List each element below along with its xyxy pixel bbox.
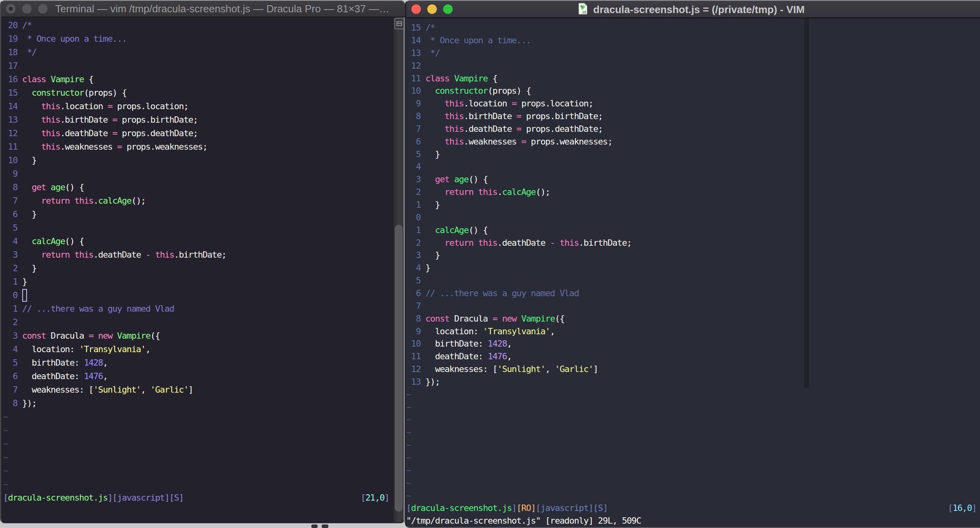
code-line: 7 <box>406 300 425 312</box>
code-token <box>425 137 444 146</box>
code-line: 10 constructor(props) { <box>406 85 531 97</box>
code-token <box>517 314 521 324</box>
code-token: calcAge <box>435 225 469 235</box>
code-token: props.location; <box>517 98 593 108</box>
code-token: props.weaknesses; <box>526 137 612 146</box>
line-number: 3 <box>406 249 425 262</box>
tilde-marker: ~ <box>406 427 411 437</box>
vim-status-row: [dracula-screenshot.js][RO][javascript][… <box>406 502 608 515</box>
code-line: 9 this.location = props.location; <box>406 97 593 110</box>
code-token: = <box>512 98 517 108</box>
code-token: [ <box>536 503 540 513</box>
code-line: 14 * Once upon a time... <box>406 34 531 47</box>
code-token: () { <box>469 225 488 235</box>
code-token: location: <box>425 326 483 336</box>
code-line: 5 } <box>406 148 440 161</box>
code-token <box>425 111 444 121</box>
tilde-marker: ~ <box>406 465 411 475</box>
code-line: 12 <box>406 60 425 72</box>
code-token: [RO] <box>517 503 536 513</box>
code-line: 13 */ <box>406 47 440 60</box>
code-token <box>425 225 435 235</box>
ruler-token: 16,0 <box>953 503 972 513</box>
code-line: 6// ...there was a guy named Vlad <box>406 287 579 300</box>
code-token <box>449 73 454 83</box>
code-line: 8const Dracula = new Vampire({ <box>406 312 564 325</box>
code-token <box>425 124 444 134</box>
code-token: = <box>517 111 521 121</box>
code-token: , <box>545 364 555 374</box>
code-token: S <box>598 503 603 513</box>
code-token: .birthDate <box>464 111 517 121</box>
code-token: dracula-screenshot.js <box>411 503 511 513</box>
code-token: = <box>521 137 526 146</box>
vim-filler-line: ~ <box>406 426 411 439</box>
tilde-marker: ~ <box>406 414 411 424</box>
code-token <box>425 187 444 197</box>
vim-filler-line: ~ <box>406 413 411 426</box>
code-line: 7 this.deathDate = props.deathDate; <box>406 123 603 135</box>
line-number: 7 <box>406 300 425 312</box>
line-number: 5 <box>406 148 425 161</box>
code-token: .deathDate <box>464 124 517 134</box>
code-token: , <box>507 351 511 361</box>
code-token: { <box>488 73 497 83</box>
code-token: ][ <box>588 503 598 513</box>
code-token: .location <box>464 98 512 108</box>
code-token: .birthDate; <box>579 238 632 248</box>
vim-ruler: [16,0] <box>948 502 976 515</box>
line-number: 10 <box>406 337 425 350</box>
line-number: 8 <box>406 312 425 325</box>
code-line: 8 this.birthDate = props.birthDate; <box>406 110 603 123</box>
code-line: 12 weaknesses: ['Sunlight', 'Garlic'] <box>406 363 598 376</box>
code-line: 5 <box>406 274 425 287</box>
macvim-text-area[interactable]: 15/*14 * Once upon a time...13 */1211cla… <box>0 0 980 528</box>
code-token <box>473 238 478 248</box>
line-number: 2 <box>406 237 425 249</box>
code-line: 1 } <box>406 198 440 211</box>
line-number: 1 <box>406 198 425 211</box>
code-token: age <box>454 174 469 184</box>
ruler-token: [ <box>948 503 953 513</box>
code-token: 'Transylvania' <box>483 326 550 336</box>
line-number: 3 <box>406 173 425 186</box>
line-number: 7 <box>406 123 425 135</box>
line-number: 13 <box>406 376 425 388</box>
code-line: 6 this.weaknesses = props.weaknesses; <box>406 135 612 148</box>
line-number: 13 <box>406 47 425 60</box>
code-token: this <box>478 238 497 248</box>
code-token: , <box>507 339 511 349</box>
code-token: Vampire <box>454 73 488 83</box>
code-token: this <box>445 111 464 121</box>
code-token: Dracula <box>449 314 493 324</box>
code-token: = <box>492 314 497 324</box>
code-token: this <box>478 187 497 197</box>
code-token: props.birthDate; <box>521 111 603 121</box>
code-token: // ...there was a guy named Vlad <box>425 288 579 298</box>
code-token: * Once upon a time... <box>425 35 531 45</box>
tilde-marker: ~ <box>406 478 411 488</box>
code-token: 'Garlic' <box>555 364 593 374</box>
code-line: 15/* <box>406 21 435 34</box>
vim-filler-line: ~ <box>406 439 411 451</box>
code-line: 0 <box>406 211 425 224</box>
line-number: 11 <box>406 350 425 363</box>
code-line: 4} <box>406 262 430 274</box>
tilde-marker: ~ <box>406 440 411 450</box>
code-token: this <box>445 137 464 146</box>
code-line: 3 } <box>406 249 440 262</box>
code-token: , <box>550 326 555 336</box>
code-token: 1428 <box>488 339 507 349</box>
code-token <box>425 174 435 184</box>
line-number: 8 <box>406 110 425 123</box>
code-token: }); <box>425 377 440 387</box>
code-token: (props) { <box>488 86 531 96</box>
code-token: birthDate: <box>425 339 488 349</box>
line-number: 5 <box>406 274 425 287</box>
tilde-marker: ~ <box>406 491 411 501</box>
vim-filler-line: ~ <box>406 464 411 477</box>
code-token: constructor <box>435 86 488 96</box>
code-token: .deathDate <box>497 238 550 248</box>
code-token: 'Sunlight' <box>497 364 545 374</box>
code-token: } <box>425 263 430 273</box>
